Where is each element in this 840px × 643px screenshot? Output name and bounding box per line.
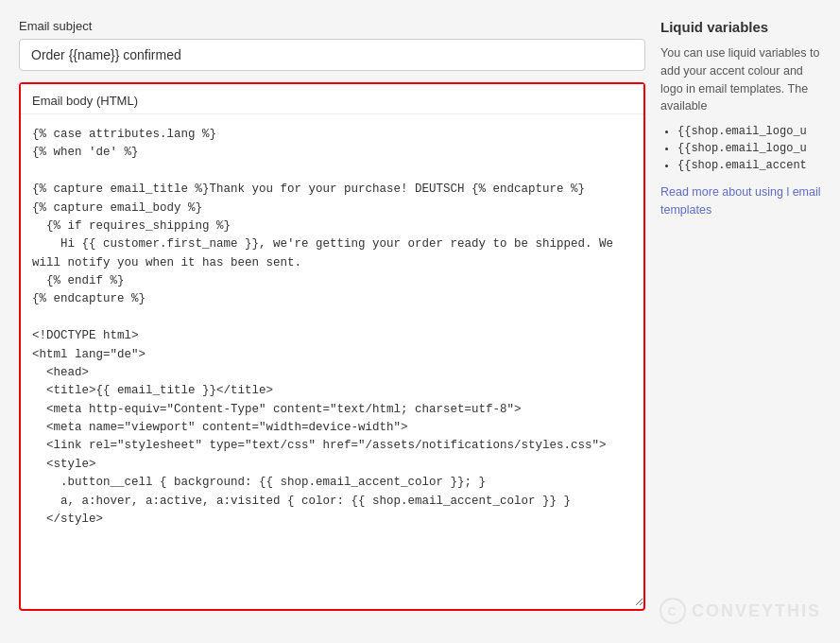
sidebar-description: You can use liquid variables to add your… [660,44,821,115]
email-subject-label: Email subject [19,19,645,33]
email-body-label: Email body (HTML) [21,84,643,114]
main-content: Email subject Email body (HTML) {% case … [19,19,645,624]
sidebar: Liquid variables You can use liquid vari… [660,19,821,624]
read-more-link[interactable]: Read more about using l email templates [660,185,821,217]
email-body-container: Email body (HTML) {% case attributes.lan… [19,82,645,611]
email-subject-group: Email subject [19,19,645,71]
email-subject-input[interactable] [19,39,645,71]
list-item: {{shop.email_logo_u [677,142,821,155]
sidebar-title: Liquid variables [660,19,821,35]
list-item: {{shop.email_logo_u [677,125,821,138]
list-item: {{shop.email_accent [677,159,821,172]
email-body-textarea[interactable]: {% case attributes.lang %} {% when 'de' … [21,114,643,606]
page-wrapper: Email subject Email body (HTML) {% case … [0,0,840,643]
sidebar-variables-list: {{shop.email_logo_u {{shop.email_logo_u … [660,125,821,172]
